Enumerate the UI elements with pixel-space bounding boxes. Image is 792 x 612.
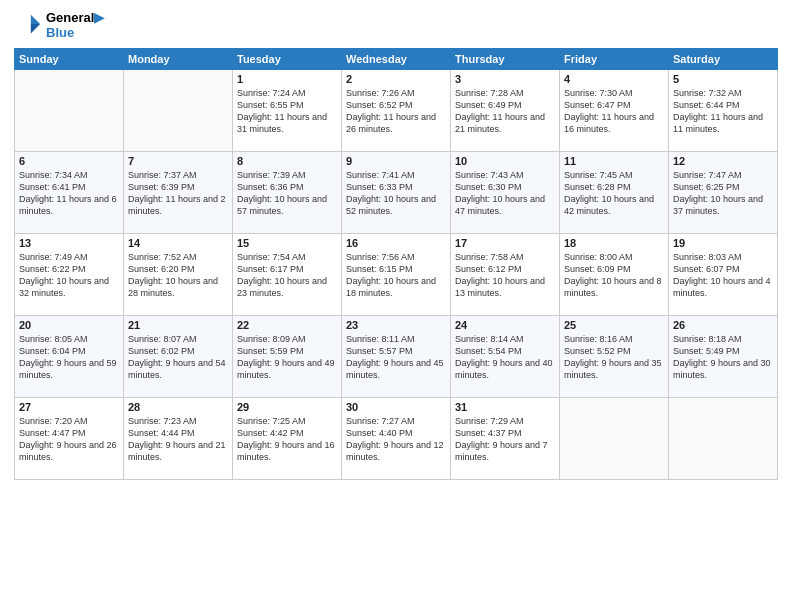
day-number: 19 bbox=[673, 237, 773, 249]
svg-marker-1 bbox=[31, 24, 40, 33]
weekday-header-monday: Monday bbox=[124, 49, 233, 70]
day-number: 3 bbox=[455, 73, 555, 85]
day-number: 17 bbox=[455, 237, 555, 249]
day-cell: 31Sunrise: 7:29 AMSunset: 4:37 PMDayligh… bbox=[451, 398, 560, 480]
day-number: 9 bbox=[346, 155, 446, 167]
day-info: Sunrise: 7:28 AMSunset: 6:49 PMDaylight:… bbox=[455, 87, 555, 136]
day-number: 14 bbox=[128, 237, 228, 249]
day-number: 31 bbox=[455, 401, 555, 413]
week-row-1: 1Sunrise: 7:24 AMSunset: 6:55 PMDaylight… bbox=[15, 70, 778, 152]
weekday-header-sunday: Sunday bbox=[15, 49, 124, 70]
day-number: 23 bbox=[346, 319, 446, 331]
day-info: Sunrise: 8:05 AMSunset: 6:04 PMDaylight:… bbox=[19, 333, 119, 382]
day-info: Sunrise: 8:18 AMSunset: 5:49 PMDaylight:… bbox=[673, 333, 773, 382]
day-cell: 19Sunrise: 8:03 AMSunset: 6:07 PMDayligh… bbox=[669, 234, 778, 316]
day-info: Sunrise: 7:43 AMSunset: 6:30 PMDaylight:… bbox=[455, 169, 555, 218]
day-number: 13 bbox=[19, 237, 119, 249]
day-cell: 15Sunrise: 7:54 AMSunset: 6:17 PMDayligh… bbox=[233, 234, 342, 316]
day-number: 7 bbox=[128, 155, 228, 167]
day-cell: 1Sunrise: 7:24 AMSunset: 6:55 PMDaylight… bbox=[233, 70, 342, 152]
day-info: Sunrise: 7:52 AMSunset: 6:20 PMDaylight:… bbox=[128, 251, 228, 300]
day-info: Sunrise: 8:09 AMSunset: 5:59 PMDaylight:… bbox=[237, 333, 337, 382]
day-info: Sunrise: 7:20 AMSunset: 4:47 PMDaylight:… bbox=[19, 415, 119, 464]
day-cell: 26Sunrise: 8:18 AMSunset: 5:49 PMDayligh… bbox=[669, 316, 778, 398]
weekday-header-row: SundayMondayTuesdayWednesdayThursdayFrid… bbox=[15, 49, 778, 70]
day-cell bbox=[15, 70, 124, 152]
day-info: Sunrise: 7:56 AMSunset: 6:15 PMDaylight:… bbox=[346, 251, 446, 300]
day-cell: 2Sunrise: 7:26 AMSunset: 6:52 PMDaylight… bbox=[342, 70, 451, 152]
day-cell: 7Sunrise: 7:37 AMSunset: 6:39 PMDaylight… bbox=[124, 152, 233, 234]
day-number: 10 bbox=[455, 155, 555, 167]
day-number: 21 bbox=[128, 319, 228, 331]
day-info: Sunrise: 8:11 AMSunset: 5:57 PMDaylight:… bbox=[346, 333, 446, 382]
day-info: Sunrise: 8:07 AMSunset: 6:02 PMDaylight:… bbox=[128, 333, 228, 382]
day-info: Sunrise: 8:14 AMSunset: 5:54 PMDaylight:… bbox=[455, 333, 555, 382]
day-cell bbox=[124, 70, 233, 152]
week-row-3: 13Sunrise: 7:49 AMSunset: 6:22 PMDayligh… bbox=[15, 234, 778, 316]
day-number: 12 bbox=[673, 155, 773, 167]
day-cell: 28Sunrise: 7:23 AMSunset: 4:44 PMDayligh… bbox=[124, 398, 233, 480]
day-cell: 14Sunrise: 7:52 AMSunset: 6:20 PMDayligh… bbox=[124, 234, 233, 316]
day-number: 2 bbox=[346, 73, 446, 85]
day-cell: 3Sunrise: 7:28 AMSunset: 6:49 PMDaylight… bbox=[451, 70, 560, 152]
weekday-header-friday: Friday bbox=[560, 49, 669, 70]
header: General▶ Blue bbox=[14, 10, 778, 40]
day-number: 30 bbox=[346, 401, 446, 413]
day-number: 25 bbox=[564, 319, 664, 331]
day-cell: 16Sunrise: 7:56 AMSunset: 6:15 PMDayligh… bbox=[342, 234, 451, 316]
day-cell: 10Sunrise: 7:43 AMSunset: 6:30 PMDayligh… bbox=[451, 152, 560, 234]
calendar-table: SundayMondayTuesdayWednesdayThursdayFrid… bbox=[14, 48, 778, 480]
day-number: 1 bbox=[237, 73, 337, 85]
day-cell: 5Sunrise: 7:32 AMSunset: 6:44 PMDaylight… bbox=[669, 70, 778, 152]
week-row-4: 20Sunrise: 8:05 AMSunset: 6:04 PMDayligh… bbox=[15, 316, 778, 398]
day-info: Sunrise: 7:32 AMSunset: 6:44 PMDaylight:… bbox=[673, 87, 773, 136]
day-cell bbox=[560, 398, 669, 480]
day-info: Sunrise: 7:23 AMSunset: 4:44 PMDaylight:… bbox=[128, 415, 228, 464]
logo-icon bbox=[14, 11, 42, 39]
day-info: Sunrise: 7:25 AMSunset: 4:42 PMDaylight:… bbox=[237, 415, 337, 464]
weekday-header-thursday: Thursday bbox=[451, 49, 560, 70]
day-info: Sunrise: 7:41 AMSunset: 6:33 PMDaylight:… bbox=[346, 169, 446, 218]
day-info: Sunrise: 8:16 AMSunset: 5:52 PMDaylight:… bbox=[564, 333, 664, 382]
weekday-header-tuesday: Tuesday bbox=[233, 49, 342, 70]
day-number: 4 bbox=[564, 73, 664, 85]
day-info: Sunrise: 7:37 AMSunset: 6:39 PMDaylight:… bbox=[128, 169, 228, 218]
day-info: Sunrise: 7:27 AMSunset: 4:40 PMDaylight:… bbox=[346, 415, 446, 464]
day-cell: 27Sunrise: 7:20 AMSunset: 4:47 PMDayligh… bbox=[15, 398, 124, 480]
day-info: Sunrise: 7:54 AMSunset: 6:17 PMDaylight:… bbox=[237, 251, 337, 300]
week-row-2: 6Sunrise: 7:34 AMSunset: 6:41 PMDaylight… bbox=[15, 152, 778, 234]
day-cell: 22Sunrise: 8:09 AMSunset: 5:59 PMDayligh… bbox=[233, 316, 342, 398]
day-number: 5 bbox=[673, 73, 773, 85]
day-cell: 8Sunrise: 7:39 AMSunset: 6:36 PMDaylight… bbox=[233, 152, 342, 234]
day-number: 6 bbox=[19, 155, 119, 167]
day-cell: 4Sunrise: 7:30 AMSunset: 6:47 PMDaylight… bbox=[560, 70, 669, 152]
day-info: Sunrise: 7:30 AMSunset: 6:47 PMDaylight:… bbox=[564, 87, 664, 136]
svg-marker-0 bbox=[31, 15, 40, 24]
weekday-header-wednesday: Wednesday bbox=[342, 49, 451, 70]
day-info: Sunrise: 7:45 AMSunset: 6:28 PMDaylight:… bbox=[564, 169, 664, 218]
day-info: Sunrise: 7:26 AMSunset: 6:52 PMDaylight:… bbox=[346, 87, 446, 136]
day-info: Sunrise: 7:58 AMSunset: 6:12 PMDaylight:… bbox=[455, 251, 555, 300]
day-cell: 9Sunrise: 7:41 AMSunset: 6:33 PMDaylight… bbox=[342, 152, 451, 234]
logo: General▶ Blue bbox=[14, 10, 104, 40]
day-cell: 30Sunrise: 7:27 AMSunset: 4:40 PMDayligh… bbox=[342, 398, 451, 480]
day-number: 15 bbox=[237, 237, 337, 249]
day-cell: 12Sunrise: 7:47 AMSunset: 6:25 PMDayligh… bbox=[669, 152, 778, 234]
day-cell: 21Sunrise: 8:07 AMSunset: 6:02 PMDayligh… bbox=[124, 316, 233, 398]
day-cell: 17Sunrise: 7:58 AMSunset: 6:12 PMDayligh… bbox=[451, 234, 560, 316]
day-info: Sunrise: 8:00 AMSunset: 6:09 PMDaylight:… bbox=[564, 251, 664, 300]
day-number: 27 bbox=[19, 401, 119, 413]
day-info: Sunrise: 7:39 AMSunset: 6:36 PMDaylight:… bbox=[237, 169, 337, 218]
day-cell: 18Sunrise: 8:00 AMSunset: 6:09 PMDayligh… bbox=[560, 234, 669, 316]
day-info: Sunrise: 7:47 AMSunset: 6:25 PMDaylight:… bbox=[673, 169, 773, 218]
day-info: Sunrise: 7:49 AMSunset: 6:22 PMDaylight:… bbox=[19, 251, 119, 300]
day-number: 11 bbox=[564, 155, 664, 167]
day-number: 8 bbox=[237, 155, 337, 167]
day-cell: 23Sunrise: 8:11 AMSunset: 5:57 PMDayligh… bbox=[342, 316, 451, 398]
day-info: Sunrise: 7:34 AMSunset: 6:41 PMDaylight:… bbox=[19, 169, 119, 218]
day-cell: 25Sunrise: 8:16 AMSunset: 5:52 PMDayligh… bbox=[560, 316, 669, 398]
day-number: 18 bbox=[564, 237, 664, 249]
day-number: 22 bbox=[237, 319, 337, 331]
day-cell: 13Sunrise: 7:49 AMSunset: 6:22 PMDayligh… bbox=[15, 234, 124, 316]
day-number: 20 bbox=[19, 319, 119, 331]
